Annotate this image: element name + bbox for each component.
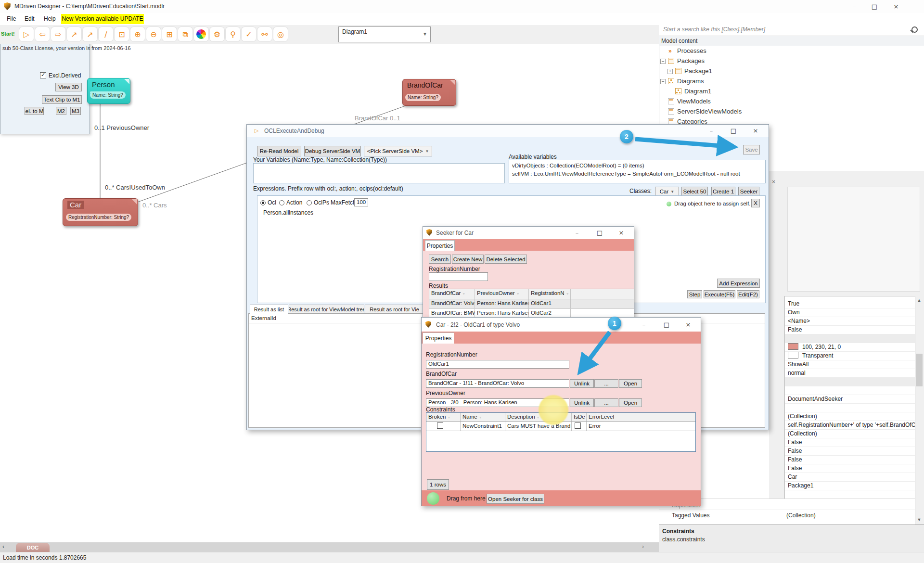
property-value[interactable]: self.RegistrationNumber+' of type '+self… bbox=[785, 421, 915, 430]
scroll-up-icon[interactable]: ▲ bbox=[915, 298, 923, 303]
text-clip-m1-button[interactable]: Text Clip to M1 bbox=[42, 95, 82, 104]
col-brandofcar[interactable]: BrandOfCar bbox=[429, 289, 475, 299]
association-arrow-icon[interactable]: ↗ bbox=[83, 27, 97, 41]
start-label[interactable]: Start! bbox=[1, 31, 15, 37]
scroll-down-icon[interactable]: ▼ bbox=[915, 517, 923, 522]
unlink-brand-button[interactable]: Unlink bbox=[570, 379, 594, 388]
excl-derived-checkbox[interactable] bbox=[40, 72, 46, 78]
property-value[interactable]: False bbox=[785, 447, 915, 456]
radio-ocl[interactable] bbox=[260, 200, 266, 205]
property-value-color[interactable]: 100, 230, 21, 0 bbox=[785, 343, 915, 352]
search-bar[interactable]: Start a search like this [Class].[Member… bbox=[659, 23, 924, 36]
validate-icon[interactable]: ✓ bbox=[242, 27, 256, 41]
car-titlebar[interactable]: Car - 2!2 - OldCar1 of type Volvo – □ × bbox=[422, 318, 701, 332]
close-button[interactable]: × bbox=[680, 320, 696, 330]
m2-button[interactable]: M2 bbox=[56, 107, 66, 115]
col-registration[interactable]: RegistrationN bbox=[529, 289, 571, 299]
select50-button[interactable]: Select 50 bbox=[681, 187, 708, 196]
minimize-button[interactable]: – bbox=[703, 126, 719, 136]
menu-file[interactable]: File bbox=[7, 15, 16, 22]
gears-icon[interactable]: ⚙ bbox=[210, 27, 224, 41]
sel-to-m1-button[interactable]: Sel. to M1 bbox=[25, 107, 44, 115]
edit-button[interactable]: Edit(F2) bbox=[737, 290, 759, 298]
constraints-panel-value[interactable]: class.constraints bbox=[662, 536, 705, 543]
property-value[interactable]: (Collection) bbox=[785, 430, 915, 438]
your-variables-input[interactable] bbox=[253, 163, 505, 183]
isdeleted-checkbox[interactable] bbox=[575, 422, 581, 429]
tab-result-viewmodel-tree[interactable]: Result as root for ViewModel tree bbox=[289, 305, 364, 314]
tab-properties[interactable]: Properties bbox=[425, 240, 455, 251]
update-banner[interactable]: New Version available UPDATE bbox=[61, 14, 144, 24]
close-button[interactable]: × bbox=[613, 228, 629, 238]
reread-model-button[interactable]: Re-Read Model bbox=[257, 146, 301, 156]
sidebar-item-package1[interactable]: Package1 bbox=[684, 67, 712, 77]
class-combo[interactable]: Car▼ bbox=[655, 187, 679, 196]
run-icon[interactable]: ▷ bbox=[19, 27, 34, 41]
sidebar-item-diagram1[interactable]: Diagram1 bbox=[684, 88, 711, 97]
back-icon[interactable]: ⇦ bbox=[35, 27, 50, 41]
forward-icon[interactable]: ⇨ bbox=[51, 27, 65, 41]
col-broken[interactable]: Broken bbox=[426, 413, 461, 422]
property-value[interactable] bbox=[785, 334, 915, 343]
open-brand-button[interactable]: Open bbox=[619, 379, 642, 388]
property-value[interactable]: Own bbox=[785, 308, 915, 317]
search-button[interactable]: Search bbox=[429, 255, 451, 264]
search-input[interactable]: Start a search like this [Class].[Member… bbox=[663, 26, 765, 33]
property-value[interactable]: (Collection) bbox=[785, 412, 915, 421]
debug-serverside-button[interactable]: Debug ServerSide VM bbox=[304, 146, 361, 156]
clear-self-button[interactable]: X bbox=[751, 199, 760, 207]
zoom-in-icon[interactable]: ⊕ bbox=[130, 27, 145, 41]
class-person[interactable]: Person Name: String? bbox=[87, 78, 130, 104]
window-icon[interactable]: ⊞ bbox=[162, 27, 177, 41]
minimize-button[interactable]: – bbox=[636, 320, 652, 330]
open-seeker-button[interactable]: Open Seeker for class bbox=[487, 494, 544, 504]
person-key-icon[interactable]: ⚲ bbox=[226, 27, 240, 41]
view-3d-button[interactable]: View 3D bbox=[55, 83, 82, 91]
save-button[interactable]: Save bbox=[743, 145, 760, 154]
class-car[interactable]: Car RegistrationNumber: String? bbox=[63, 198, 138, 226]
maximize-button[interactable]: □ bbox=[591, 228, 608, 238]
pick-brand-button[interactable]: ... bbox=[594, 379, 618, 388]
property-value-tagged-values[interactable]: (Collection) bbox=[786, 512, 816, 519]
expand-icon[interactable]: + bbox=[667, 69, 673, 74]
property-label-tagged-values[interactable]: Tagged Values bbox=[672, 512, 710, 519]
ocl-titlebar[interactable]: ▷ OCLExecuteAndDebug – □ × bbox=[247, 125, 769, 137]
association-icon[interactable]: ↗ bbox=[67, 27, 81, 41]
tab-result-as-list[interactable]: Result as list bbox=[250, 305, 288, 314]
select-frame-icon[interactable]: ⊡ bbox=[115, 27, 129, 41]
doc-tab[interactable]: DOC bbox=[16, 543, 50, 552]
class-brandofcar[interactable]: BrandOfCar Name: String? bbox=[402, 79, 456, 106]
drag-handle-icon[interactable] bbox=[427, 492, 439, 505]
property-value-color[interactable]: Transparent bbox=[785, 352, 915, 360]
menu-edit[interactable]: Edit bbox=[25, 15, 35, 22]
sidebar-item-diagrams[interactable]: Diagrams bbox=[677, 77, 704, 87]
scroll-left-icon[interactable]: ‹ bbox=[2, 543, 4, 550]
tab-properties[interactable]: Properties bbox=[423, 333, 454, 344]
property-value[interactable]: False bbox=[785, 438, 915, 447]
settings-rings-icon[interactable]: ◎ bbox=[273, 27, 288, 41]
pick-serverside-combo[interactable]: <Pick ServerSide VM>▼ bbox=[364, 146, 432, 156]
table-row[interactable]: NewConstraint1Cars MUST have a BrandErro… bbox=[426, 422, 695, 431]
collapse-icon[interactable]: – bbox=[660, 79, 666, 84]
menu-help[interactable]: Help bbox=[44, 15, 56, 22]
unlink-owner-button[interactable]: Unlink bbox=[570, 398, 594, 407]
m3-button[interactable]: M3 bbox=[70, 107, 81, 115]
expression-text[interactable]: Person.allinstances bbox=[263, 209, 313, 216]
color-wheel-icon[interactable] bbox=[194, 27, 208, 41]
property-value[interactable]: normal bbox=[785, 369, 915, 378]
horizontal-scrollbar[interactable]: ‹ DOC › bbox=[0, 542, 659, 552]
create1-button[interactable]: Create 1 bbox=[711, 187, 735, 196]
registration-input[interactable] bbox=[429, 272, 488, 281]
diagram-selector[interactable]: Diagram1 ▼ bbox=[338, 26, 431, 42]
property-grid-scrollbar[interactable]: ▲ ▼ bbox=[915, 296, 923, 525]
maximize-button[interactable]: □ bbox=[866, 2, 883, 12]
sidebar-item-viewmodels[interactable]: ViewModels bbox=[677, 98, 711, 107]
create-new-button[interactable]: Create New bbox=[452, 255, 484, 264]
col-isde[interactable]: IsDe bbox=[572, 413, 587, 422]
tab-result-viewmodel-2[interactable]: Result as root for Vie bbox=[365, 305, 424, 314]
brandofcar-input[interactable]: BrandOfCar - 1!11 - BrandOfCar: Volvo bbox=[426, 379, 569, 388]
col-previousowner[interactable]: PreviousOwner bbox=[475, 289, 529, 299]
zoom-out-icon[interactable]: ⊖ bbox=[146, 27, 161, 41]
property-value[interactable]: False bbox=[785, 456, 915, 464]
scroll-right-icon[interactable]: › bbox=[642, 543, 644, 550]
